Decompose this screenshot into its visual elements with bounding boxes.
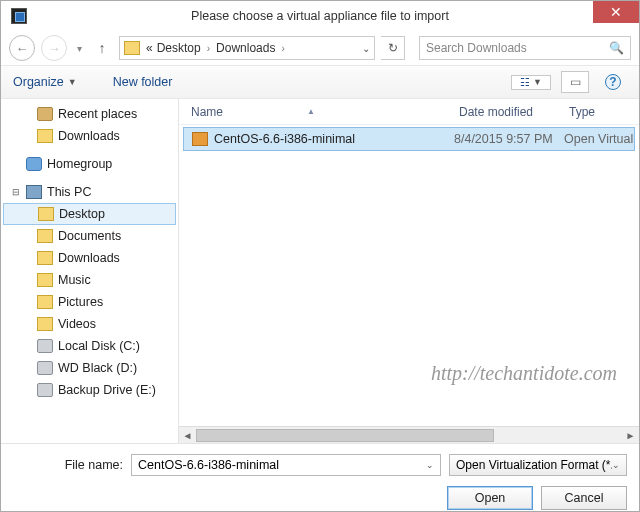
- navigation-pane: Recent places Downloads Homegroup ⊟This …: [1, 99, 179, 443]
- folder-icon: [38, 207, 54, 221]
- collapse-icon[interactable]: ⊟: [11, 187, 21, 197]
- back-button[interactable]: ←: [9, 35, 35, 61]
- chevron-right-icon: ›: [279, 43, 286, 54]
- sidebar-item-pictures[interactable]: Pictures: [1, 291, 178, 313]
- history-dropdown[interactable]: ▾: [73, 43, 85, 54]
- column-headers: Name▲ Date modified Type: [179, 99, 639, 125]
- disk-icon: [37, 361, 53, 375]
- folder-icon: [37, 295, 53, 309]
- new-folder-button[interactable]: New folder: [113, 75, 173, 89]
- file-list: CentOS-6.6-i386-minimal 8/4/2015 9:57 PM…: [179, 125, 639, 426]
- file-row-selected[interactable]: CentOS-6.6-i386-minimal 8/4/2015 9:57 PM…: [183, 127, 635, 151]
- search-placeholder: Search Downloads: [426, 41, 527, 55]
- sidebar-item-local-disk-c[interactable]: Local Disk (C:): [1, 335, 178, 357]
- refresh-button[interactable]: ↻: [381, 36, 405, 60]
- ova-file-icon: [192, 132, 208, 146]
- recent-icon: [37, 107, 53, 121]
- folder-icon: [37, 229, 53, 243]
- column-date[interactable]: Date modified: [459, 105, 569, 119]
- breadcrumb-bar[interactable]: « Desktop › Downloads › ⌄: [119, 36, 375, 60]
- scroll-right-icon[interactable]: ►: [622, 428, 639, 443]
- folder-icon: [37, 317, 53, 331]
- sidebar-item-homegroup[interactable]: Homegroup: [1, 153, 178, 175]
- chevron-down-icon[interactable]: ⌄: [612, 460, 620, 470]
- sidebar-item-recent[interactable]: Recent places: [1, 103, 178, 125]
- window-title: Please choose a virtual appliance file t…: [1, 9, 639, 23]
- refresh-icon: ↻: [388, 41, 398, 55]
- file-type: Open Virtual: [564, 132, 634, 146]
- pc-icon: [26, 185, 42, 199]
- folder-icon: [37, 251, 53, 265]
- filename-input[interactable]: CentOS-6.6-i386-minimal ⌄: [131, 454, 441, 476]
- homegroup-icon: [26, 157, 42, 171]
- sidebar-item-downloads[interactable]: Downloads: [1, 247, 178, 269]
- chevron-down-icon: ▼: [68, 77, 77, 87]
- help-icon: ?: [605, 74, 621, 90]
- filename-label: File name:: [13, 458, 123, 472]
- scroll-left-icon[interactable]: ◄: [179, 428, 196, 443]
- arrow-up-icon: ↑: [99, 40, 106, 56]
- breadcrumb-desktop[interactable]: Desktop: [157, 41, 201, 55]
- chevron-right-icon: ›: [205, 43, 212, 54]
- sidebar-item-this-pc[interactable]: ⊟This PC: [1, 181, 178, 203]
- scroll-track[interactable]: [196, 428, 622, 443]
- view-icon: ☷: [520, 76, 530, 89]
- file-open-dialog: Please choose a virtual appliance file t…: [0, 0, 640, 512]
- file-list-pane: Name▲ Date modified Type CentOS-6.6-i386…: [179, 99, 639, 443]
- sidebar-item-downloads-fav[interactable]: Downloads: [1, 125, 178, 147]
- up-button[interactable]: ↑: [91, 37, 113, 59]
- scroll-thumb[interactable]: [196, 429, 494, 442]
- arrow-right-icon: →: [48, 41, 61, 56]
- folder-icon: [124, 41, 140, 55]
- preview-pane-button[interactable]: ▭: [561, 71, 589, 93]
- horizontal-scrollbar[interactable]: ◄ ►: [179, 426, 639, 443]
- chevron-down-icon[interactable]: ⌄: [362, 43, 370, 54]
- file-date: 8/4/2015 9:57 PM: [454, 132, 564, 146]
- sidebar-item-documents[interactable]: Documents: [1, 225, 178, 247]
- forward-button[interactable]: →: [41, 35, 67, 61]
- view-options-button[interactable]: ☷ ▼: [511, 75, 551, 90]
- breadcrumb-prefix: «: [146, 41, 153, 55]
- sidebar-item-videos[interactable]: Videos: [1, 313, 178, 335]
- disk-icon: [37, 383, 53, 397]
- dialog-footer: File name: CentOS-6.6-i386-minimal ⌄ Ope…: [1, 443, 639, 512]
- column-type[interactable]: Type: [569, 105, 639, 119]
- open-button[interactable]: Open: [447, 486, 533, 510]
- title-bar: Please choose a virtual appliance file t…: [1, 1, 639, 31]
- sidebar-item-desktop[interactable]: Desktop: [3, 203, 176, 225]
- folder-icon: [37, 129, 53, 143]
- sort-asc-icon: ▲: [307, 107, 315, 116]
- chevron-down-icon: ▼: [533, 77, 542, 87]
- disk-icon: [37, 339, 53, 353]
- file-type-filter[interactable]: Open Virtualization Format (*.o ⌄: [449, 454, 627, 476]
- chevron-down-icon[interactable]: ⌄: [426, 460, 434, 470]
- organize-menu[interactable]: Organize ▼: [13, 75, 77, 89]
- chevron-down-icon: ▾: [77, 43, 82, 54]
- column-name[interactable]: Name▲: [191, 105, 459, 119]
- sidebar-item-disk-d[interactable]: WD Black (D:): [1, 357, 178, 379]
- dialog-body: Recent places Downloads Homegroup ⊟This …: [1, 99, 639, 443]
- preview-icon: ▭: [570, 75, 581, 89]
- help-button[interactable]: ?: [599, 71, 627, 93]
- search-input[interactable]: Search Downloads 🔍: [419, 36, 631, 60]
- nav-row: ← → ▾ ↑ « Desktop › Downloads › ⌄ ↻ Sear…: [1, 31, 639, 65]
- sidebar-item-music[interactable]: Music: [1, 269, 178, 291]
- breadcrumb-downloads[interactable]: Downloads: [216, 41, 275, 55]
- arrow-left-icon: ←: [16, 41, 29, 56]
- file-name: CentOS-6.6-i386-minimal: [214, 132, 355, 146]
- folder-icon: [37, 273, 53, 287]
- search-icon: 🔍: [609, 41, 624, 55]
- toolbar: Organize ▼ New folder ☷ ▼ ▭ ?: [1, 65, 639, 99]
- sidebar-item-disk-e[interactable]: Backup Drive (E:): [1, 379, 178, 401]
- cancel-button[interactable]: Cancel: [541, 486, 627, 510]
